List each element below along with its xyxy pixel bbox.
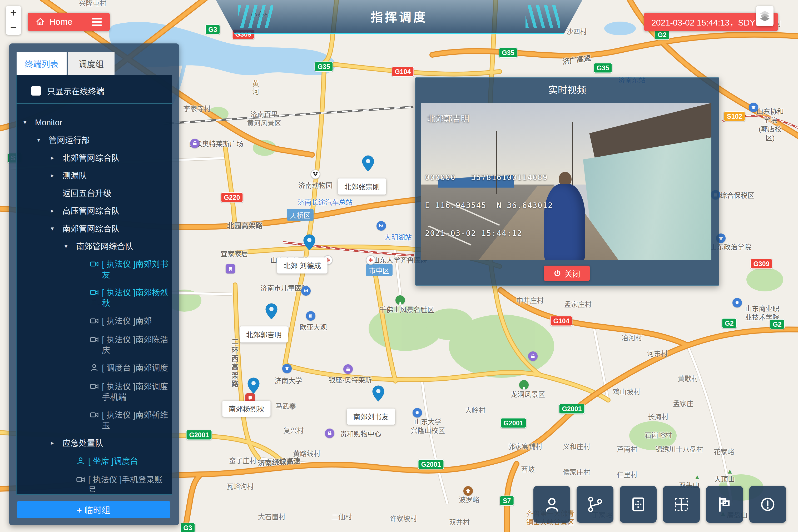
user-button[interactable] [533, 486, 570, 523]
map-label: 综合保税区 [720, 191, 754, 200]
map-pin-icon[interactable] [247, 378, 260, 394]
rail-poi-icon [226, 264, 235, 273]
zoom-out-button[interactable]: − [6, 20, 21, 35]
map-label: 孟家庄 [673, 400, 694, 408]
map-label: 侯家庄村 [563, 468, 590, 477]
cross-poi-icon [366, 255, 376, 265]
tree-terminal[interactable]: [ 执法仪 ]南郊靳维玉 [23, 410, 169, 431]
map-label: 山东大学 兴隆山校区 [411, 418, 445, 435]
road-shield: G3 [205, 24, 220, 35]
map-label: 二仙村 [331, 513, 352, 521]
route-button[interactable] [576, 486, 613, 523]
tree-item-label: 南郊管网综合队 [76, 241, 133, 252]
map-label: 河东村 [647, 349, 668, 358]
tree-group[interactable]: ▸测漏队 [23, 171, 169, 181]
tree-group[interactable]: 返回五台升级 [23, 188, 169, 199]
tree-group[interactable]: ▾Monitor [23, 117, 169, 128]
map-pin-icon[interactable] [303, 234, 316, 251]
cap-poi-icon [413, 408, 422, 418]
road-shield: G104 [392, 66, 414, 77]
tree-item-label: 南郊管网综合队 [62, 224, 119, 234]
tree-collapse-icon[interactable]: ▾ [64, 241, 76, 250]
tree-arrow-spacer [78, 316, 90, 317]
tree-group[interactable]: ▸北郊管网综合队 [23, 153, 169, 164]
close-video-button[interactable]: 关闭 [544, 266, 590, 281]
tree-group[interactable]: ▾管网运行部 [23, 135, 169, 146]
marker-label[interactable]: 南郊刘书友 [347, 408, 395, 424]
map-label: 义和庄村 [563, 442, 590, 451]
map-pin-icon[interactable] [265, 303, 278, 320]
tree-group[interactable]: ▸高压管网综合队 [23, 206, 169, 216]
camera-icon [90, 287, 102, 299]
map-label: 许家坡村 [390, 515, 417, 523]
tab-terminal-list[interactable]: 终端列表 [17, 52, 66, 75]
map-label: 龙洞风景区 [511, 391, 545, 399]
map-label: 山东协和学院 (郭店校区) [756, 108, 784, 142]
marker-label[interactable]: 北郊 刘德成 [277, 258, 327, 273]
tree-terminal[interactable]: [ 执法仪 ]南郊 [23, 316, 169, 327]
marker-label[interactable]: 北郊张宗刚 [338, 178, 386, 194]
map-label: 花家峪 [714, 448, 734, 456]
tree-terminal[interactable]: [ 执法仪 ]南郊调度手机端 [23, 381, 169, 403]
road-shield: G2 [722, 318, 737, 328]
tree-collapse-icon[interactable]: ▾ [37, 135, 49, 144]
road-shield: G2001 [559, 404, 585, 414]
power-icon [553, 269, 561, 277]
home-button[interactable]: Home [27, 13, 110, 31]
district-pill: 天桥区 [287, 209, 314, 221]
tree-collapse-icon[interactable]: ▾ [51, 224, 62, 232]
layers-icon [758, 9, 772, 23]
tree-terminal[interactable]: [ 调度台 ]南郊调度 [23, 363, 169, 374]
tree-group[interactable]: ▾南郊管网综合队 [23, 224, 169, 234]
add-temp-group-button[interactable]: + 临时组 [17, 501, 170, 518]
video-coordinates: E 116.943545 N 36.643012 [425, 201, 553, 210]
live-video-frame[interactable]: 北郊郭吉明 000000 357816100114089 E 116.94354… [421, 103, 711, 260]
mountain-icon: ▲ [726, 467, 733, 475]
tree-group[interactable]: ▾南郊管网综合队 [23, 241, 169, 252]
video-device-id: 000000 357816100114089 [425, 173, 553, 182]
map-label: 石崮峪村 [645, 431, 672, 440]
tree-terminal[interactable]: [ 执法仪 ]南郊杨烈秋 [23, 287, 169, 309]
mountain-icon: ▲ [694, 473, 701, 481]
command-dispatch-screen: 兴隆屯村小寨村沙四村五家屯季家寨村李家寺村济南百里 黄河风景区百联奥特莱斯广场黄… [0, 0, 798, 532]
map-label: 中井庄村 [516, 297, 544, 305]
map-label: 银座·奥特莱斯 [328, 376, 372, 385]
tree-terminal[interactable]: [ 坐席 ]调度台 [23, 456, 169, 468]
grid-select-button[interactable] [663, 486, 700, 523]
zoom-in-button[interactable]: + [6, 6, 21, 20]
tree-arrow-spacer [78, 259, 90, 260]
tree-arrow-spacer [64, 475, 76, 476]
tree-collapse-icon[interactable]: ▾ [23, 117, 35, 126]
online-only-checkbox[interactable] [31, 86, 41, 96]
map-label: 二环西高架路 [230, 338, 239, 388]
tab-dispatch-group[interactable]: 调度组 [68, 52, 115, 75]
road-shield: G309 [750, 259, 773, 269]
marker-label[interactable]: 北郊郭吉明 [240, 326, 288, 342]
metro-poi-icon [377, 221, 386, 231]
tree-expand-icon[interactable]: ▸ [51, 153, 62, 162]
tree-expand-icon[interactable]: ▸ [51, 438, 62, 446]
area-select-button[interactable] [620, 486, 657, 523]
grid-select-icon [673, 496, 690, 513]
tree-terminal[interactable]: [ 执法仪 ]南郊陈浩庆 [23, 335, 169, 356]
tree-expand-icon[interactable]: ▸ [51, 171, 62, 179]
menu-icon[interactable] [92, 18, 102, 26]
tree-terminal[interactable]: [ 执法仪 ]南郊刘书友 [23, 259, 169, 280]
marker-label[interactable]: 南郊杨烈秋 [223, 401, 271, 417]
map-pin-icon[interactable] [362, 155, 374, 172]
tree-group[interactable]: ▸应急处置队 [23, 438, 169, 449]
home-icon [36, 17, 45, 26]
map-pin-icon[interactable] [372, 385, 384, 402]
road-shield: G35 [315, 62, 333, 72]
tree-terminal[interactable]: [ 执法仪 ]手机登录账号 [23, 475, 169, 492]
tree-expand-icon[interactable]: ▸ [51, 206, 62, 214]
panda-poi-icon [311, 170, 320, 179]
home-button-label: Home [49, 17, 72, 27]
alert-button[interactable] [749, 486, 786, 523]
alert-icon [759, 496, 776, 513]
temple-poi-icon [463, 486, 473, 496]
map-layers-button[interactable] [756, 6, 774, 26]
map-label: 北园高架路 [227, 221, 263, 231]
cap-poi-icon [282, 364, 292, 373]
flag-button[interactable] [706, 486, 743, 523]
